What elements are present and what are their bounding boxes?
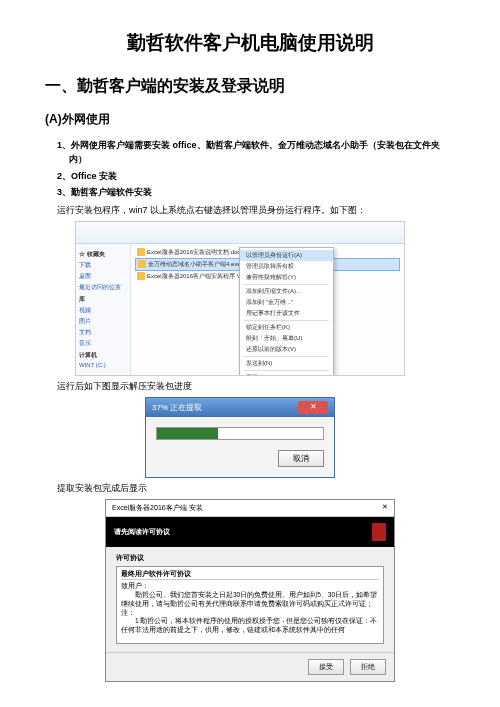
- context-menu: 以管理员身份运行(A) 管理员取得所有权 兼容性疑难解答(Y) 添加到压缩文件(…: [239, 247, 334, 375]
- menu-item[interactable]: 附到「开始」菜单(U): [240, 333, 333, 344]
- section-title: 一、勤哲客户端的安装及登录说明: [45, 76, 455, 97]
- decline-button[interactable]: 拒绝: [350, 659, 386, 675]
- sidebar-item: 视频: [79, 306, 127, 315]
- installer-header-text: 请先阅读许可协议: [114, 527, 170, 537]
- screenshot-extracting: 37% 正在提取 ✕ 取消: [145, 397, 335, 478]
- menu-separator: [244, 370, 329, 371]
- file-icon: [138, 260, 146, 268]
- sidebar-group: 库: [79, 295, 127, 304]
- dialog-titlebar: 37% 正在提取 ✕: [146, 398, 334, 417]
- license-textbox[interactable]: 最终用户软件许可协议 致用户： 勤哲公司。我们您首安装之日起30日的免费使用。用…: [116, 566, 384, 644]
- license-line: 勤哲公司。我们您首安装之日起30日的免费使用。用户如到5、30日后，如希望继续使…: [121, 591, 379, 609]
- explorer-file-pane: Excel服务器2016安装说明文档.docx 金万维动态域名小助手客户端4.e…: [131, 244, 404, 375]
- installer-button-row: 接受 拒绝: [106, 652, 394, 681]
- installer-window-title: Excel服务器2016客户端 安装: [112, 503, 203, 513]
- sidebar-item: 图片: [79, 317, 127, 326]
- install-steps-list: 1、外网使用客户端需要安装 office、勤哲客户端软件、金万维动态域名小助手（…: [57, 138, 455, 200]
- sidebar-group: ☆ 收藏夹: [79, 250, 127, 259]
- installer-logo-icon: [372, 523, 386, 541]
- sidebar-item: WIN7 (C:): [79, 362, 127, 368]
- license-line: 致用户：: [121, 582, 379, 591]
- menu-item[interactable]: 还原以前的版本(V): [240, 344, 333, 355]
- menu-item[interactable]: 发送到(N): [240, 358, 333, 369]
- file-icon: [137, 248, 145, 256]
- installer-header: 请先阅读许可协议: [106, 517, 394, 547]
- license-line: 1 勤哲公司，将本软件程序的使用的授权授予您 - 但是您公司独有仅在保证：不任何…: [121, 617, 379, 635]
- menu-separator: [244, 356, 329, 357]
- menu-item[interactable]: 剪切(T): [240, 372, 333, 375]
- progress-bar: [156, 427, 324, 440]
- sidebar-group: 计算机: [79, 351, 127, 360]
- license-line: 注：: [121, 609, 379, 618]
- menu-item[interactable]: 管理员取得所有权: [240, 261, 333, 272]
- close-icon[interactable]: ✕: [298, 401, 328, 414]
- accept-button[interactable]: 接受: [308, 659, 344, 675]
- caption-run-installer: 运行安装包程序，win7 以上系统点右键选择以管理员身份运行程序。如下图：: [57, 204, 455, 217]
- license-title: 最终用户软件许可协议: [121, 570, 379, 581]
- extract-percentage: 37%: [152, 403, 168, 412]
- list-item: 2、Office 安装: [57, 169, 455, 183]
- sidebar-item: 最近访问的位置: [79, 283, 127, 292]
- sidebar-item: 下载: [79, 261, 127, 270]
- page-title: 勤哲软件客户机电脑使用说明: [45, 30, 455, 56]
- screenshot-explorer: ☆ 收藏夹 下载 桌面 最近访问的位置 库 视频 图片 文档 音乐 计算机 WI…: [75, 221, 405, 376]
- menu-run-as-admin[interactable]: 以管理员身份运行(A): [240, 250, 333, 261]
- extract-title: 正在提取: [170, 403, 202, 412]
- menu-item[interactable]: 锁定到任务栏(K): [240, 322, 333, 333]
- file-icon: [137, 272, 145, 280]
- caption-extract-progress: 运行后如下图显示解压安装包进度: [57, 380, 455, 393]
- progress-fill: [157, 428, 218, 439]
- cancel-button[interactable]: 取消: [278, 450, 324, 467]
- explorer-toolbar: [76, 222, 404, 244]
- menu-separator: [244, 284, 329, 285]
- sidebar-item: 桌面: [79, 272, 127, 281]
- explorer-sidebar: ☆ 收藏夹 下载 桌面 最近访问的位置 库 视频 图片 文档 音乐 计算机 WI…: [76, 244, 131, 375]
- menu-item[interactable]: 兼容性疑难解答(Y): [240, 272, 333, 283]
- sidebar-item: 文档: [79, 328, 127, 337]
- license-label: 许可协议: [116, 553, 384, 563]
- subsection-a-title: (A)外网使用: [45, 111, 455, 128]
- installer-titlebar: Excel服务器2016客户端 安装 ✕: [106, 500, 394, 517]
- list-item: 1、外网使用客户端需要安装 office、勤哲客户端软件、金万维动态域名小助手（…: [57, 138, 455, 167]
- screenshot-installer: Excel服务器2016客户端 安装 ✕ 请先阅读许可协议 许可协议 最终用户软…: [105, 499, 395, 682]
- close-icon[interactable]: ✕: [382, 503, 388, 513]
- sidebar-item: 音乐: [79, 339, 127, 348]
- menu-item[interactable]: 添加到 "金万维...": [240, 297, 333, 308]
- menu-separator: [244, 320, 329, 321]
- menu-item[interactable]: 用记事本打开该文件: [240, 308, 333, 319]
- caption-after-extract: 提取安装包完成后显示: [57, 482, 455, 495]
- list-item: 3、勤哲客户端软件安装: [57, 185, 455, 199]
- menu-item[interactable]: 添加到压缩文件(A)...: [240, 286, 333, 297]
